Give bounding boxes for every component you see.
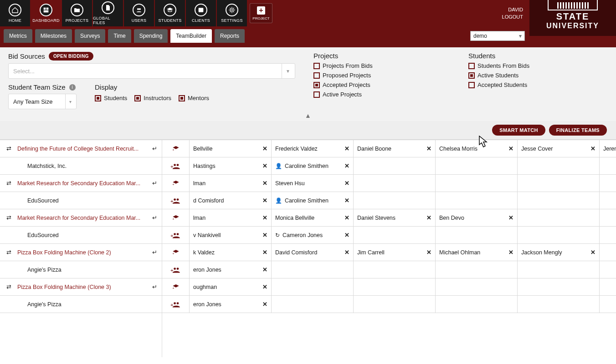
add-team-button[interactable]: + [162, 296, 190, 313]
tab-reports[interactable]: Reports [215, 29, 245, 43]
remove-icon[interactable]: ✕ [590, 145, 595, 152]
student-cell[interactable]: oughman✕ [190, 278, 272, 295]
remove-icon[interactable]: ✕ [426, 214, 431, 221]
accepted-students-checkbox[interactable]: Accepted Students [468, 81, 608, 88]
remove-icon[interactable]: ✕ [262, 145, 267, 152]
student-cell[interactable]: David Comisford✕ [272, 244, 354, 261]
company-row[interactable]: Angie's Pizza [0, 261, 162, 278]
org-select[interactable]: demo [470, 31, 525, 41]
add-team-button[interactable]: + [162, 192, 190, 209]
remove-icon[interactable]: ✕ [344, 162, 349, 169]
remove-icon[interactable]: ✕ [508, 145, 513, 152]
enter-icon[interactable]: ↵ [152, 214, 157, 221]
remove-icon[interactable]: ✕ [508, 214, 513, 221]
enter-icon[interactable]: ↵ [152, 249, 157, 256]
active-projects-checkbox[interactable]: Active Projects [313, 91, 450, 98]
student-cell[interactable]: 👤Caroline Smithen✕ [272, 192, 354, 209]
remove-icon[interactable]: ✕ [262, 283, 267, 290]
remove-icon[interactable]: ✕ [262, 197, 267, 204]
info-icon[interactable]: i [69, 84, 76, 91]
student-cell[interactable]: eron Jones✕ [190, 296, 272, 313]
student-cell[interactable]: Steven Hsu✕ [272, 175, 354, 192]
remove-icon[interactable]: ✕ [508, 249, 513, 256]
open-bidding-pill[interactable]: OPEN BIDDING [49, 52, 93, 61]
student-cell[interactable]: lman✕ [190, 175, 272, 192]
display-mentors-checkbox[interactable]: Mentors [179, 95, 209, 101]
student-cell[interactable]: Michael Ohlman✕ [436, 244, 518, 261]
student-cell[interactable]: Bellville✕ [190, 140, 272, 157]
remove-icon[interactable]: ✕ [590, 249, 595, 256]
display-students-checkbox[interactable]: Students [95, 95, 127, 101]
add-student-button[interactable]: + [162, 140, 190, 157]
student-cell[interactable]: Frederick Valdez✕ [272, 140, 354, 157]
remove-icon[interactable]: ✕ [262, 214, 267, 221]
grid-right-scroll[interactable]: +Bellville✕Frederick Valdez✕Daniel Boone… [162, 140, 616, 357]
add-team-button[interactable]: + [162, 227, 190, 243]
student-cell[interactable]: lman✕ [190, 209, 272, 226]
nav-dashboard[interactable]: DASHBOARD [31, 0, 61, 26]
remove-icon[interactable]: ✕ [262, 301, 267, 308]
project-row[interactable]: ⇄Market Research for Secondary Education… [0, 175, 162, 192]
team-size-select[interactable]: Any Team Size [8, 94, 77, 109]
enter-icon[interactable]: ↵ [152, 180, 157, 187]
students-from-bids-checkbox[interactable]: Students From Bids [468, 62, 608, 69]
company-row[interactable]: Angie's Pizza [0, 296, 162, 313]
remove-icon[interactable]: ✕ [262, 180, 267, 187]
student-cell[interactable]: Jim Carrell✕ [354, 244, 436, 261]
add-student-button[interactable]: + [162, 244, 190, 261]
accepted-projects-checkbox[interactable]: Accepted Projects [313, 81, 450, 88]
display-instructors-checkbox[interactable]: Instructors [134, 95, 171, 101]
nav-global-files[interactable]: GLOBAL FILES [93, 0, 123, 26]
remove-icon[interactable]: ✕ [262, 232, 267, 238]
smart-match-button[interactable]: SMART MATCH [492, 125, 545, 136]
student-cell[interactable]: d Comisford✕ [190, 192, 272, 209]
student-cell[interactable]: Monica Bellville✕ [272, 209, 354, 226]
project-row[interactable]: ⇄Pizza Box Folding Machine (Clone 2)↵ [0, 244, 162, 261]
add-student-button[interactable]: + [162, 175, 190, 192]
project-row[interactable]: ⇄Market Research for Secondary Education… [0, 209, 162, 227]
company-row[interactable]: Matchstick, Inc. [0, 157, 162, 175]
student-cell[interactable]: Daniel Stevens✕ [354, 209, 436, 226]
nav-clients[interactable]: CLIENTS [186, 0, 216, 26]
student-cell[interactable]: Hastings✕ [190, 157, 272, 174]
nav-projects[interactable]: PROJECTS [62, 0, 92, 26]
student-cell[interactable]: Daniel Boone✕ [354, 140, 436, 157]
tab-metrics[interactable]: Metrics [4, 29, 32, 43]
remove-icon[interactable]: ✕ [262, 249, 267, 256]
remove-icon[interactable]: ✕ [262, 266, 267, 273]
nav-students[interactable]: STUDENTS [155, 0, 185, 26]
student-cell[interactable]: eron Jones✕ [190, 261, 272, 278]
remove-icon[interactable]: ✕ [426, 145, 431, 152]
student-cell[interactable]: Jeremey E✕ [600, 140, 616, 157]
remove-icon[interactable]: ✕ [344, 249, 349, 256]
enter-icon[interactable]: ↵ [152, 145, 157, 152]
proposed-projects-checkbox[interactable]: Proposed Projects [313, 72, 450, 79]
tab-teambuilder[interactable]: TeamBuilder [170, 29, 212, 43]
active-students-checkbox[interactable]: Active Students [468, 72, 608, 79]
remove-icon[interactable]: ✕ [344, 197, 349, 204]
tab-surveys[interactable]: Surveys [75, 29, 105, 43]
remove-icon[interactable]: ✕ [344, 232, 349, 238]
student-cell[interactable]: 👤Caroline Smithen✕ [272, 157, 354, 174]
bid-sources-select[interactable]: Select...▼ [8, 63, 295, 79]
logout-link[interactable]: LOGOUT [502, 13, 523, 21]
company-row[interactable]: EduSourced [0, 227, 162, 244]
nav-home[interactable]: HOME [0, 0, 30, 26]
add-student-button[interactable]: + [162, 209, 190, 226]
project-row[interactable]: ⇄Defining the Future of College Student … [0, 140, 162, 157]
tab-time[interactable]: Time [108, 29, 131, 43]
add-team-button[interactable]: + [162, 157, 190, 174]
student-cell[interactable]: Jesse Cover✕ [518, 140, 600, 157]
tab-spending[interactable]: Spending [134, 29, 168, 43]
user-menu[interactable]: DAVIDLOGOUT [496, 6, 529, 21]
collapse-panel-toggle[interactable]: ▲ [8, 109, 608, 121]
add-team-button[interactable]: + [162, 261, 190, 278]
project-row[interactable]: ⇄Pizza Box Folding Machine (Clone 3)↵ [0, 278, 162, 296]
student-cell[interactable]: Chelsea Morris✕ [436, 140, 518, 157]
student-cell[interactable]: Ben Devo✕ [436, 209, 518, 226]
projects-from-bids-checkbox[interactable]: Projects From Bids [313, 62, 450, 69]
nav-users[interactable]: USERS [124, 0, 154, 26]
remove-icon[interactable]: ✕ [344, 145, 349, 152]
nav-settings[interactable]: SETTINGS [217, 0, 247, 26]
remove-icon[interactable]: ✕ [344, 214, 349, 221]
